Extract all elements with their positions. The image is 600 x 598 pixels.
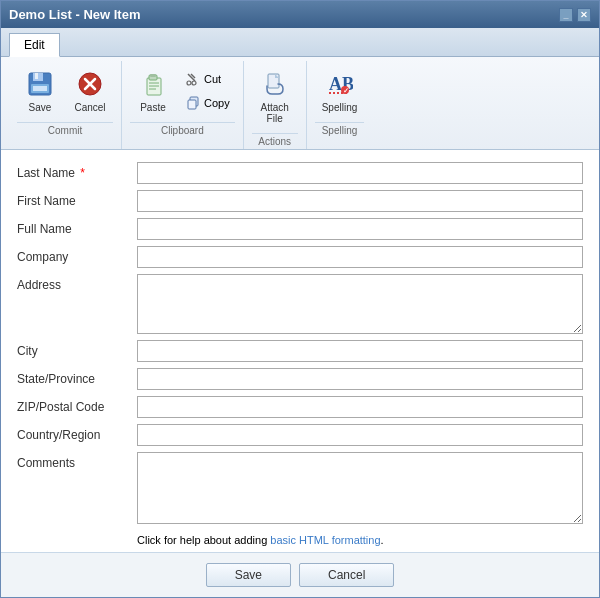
svg-text:ABC: ABC (329, 74, 353, 94)
help-link[interactable]: basic HTML formatting (270, 534, 380, 546)
cancel-icon (74, 68, 106, 100)
svg-rect-10 (150, 74, 156, 77)
save-button[interactable]: Save (17, 65, 63, 116)
title-bar: Demo List - New Item _ ✕ (1, 1, 599, 28)
help-text-prefix: Click for help about adding (137, 534, 270, 546)
company-input[interactable] (137, 246, 583, 268)
ribbon: Save Cancel Commit (1, 57, 599, 150)
attach-icon (259, 68, 291, 100)
tab-edit[interactable]: Edit (9, 33, 60, 57)
paste-label: Paste (140, 102, 166, 113)
paste-icon (137, 68, 169, 100)
tab-bar: Edit (1, 28, 599, 57)
comments-textarea[interactable] (137, 452, 583, 524)
cancel-button[interactable]: Cancel (67, 65, 113, 116)
attach-label: Attach File (261, 102, 289, 124)
svg-text:✓: ✓ (343, 87, 349, 94)
address-textarea[interactable] (137, 274, 583, 334)
last-name-label: Last Name * (17, 162, 137, 180)
attach-file-button[interactable]: Attach File (252, 65, 298, 127)
spelling-icon: ABC ✓ (323, 68, 355, 100)
zip-label: ZIP/Postal Code (17, 396, 137, 414)
window-title: Demo List - New Item (9, 7, 140, 22)
ribbon-group-actions: Attach File Actions (244, 61, 307, 149)
help-text: Click for help about adding basic HTML f… (17, 530, 583, 550)
form-row-state: State/Province (17, 368, 583, 390)
close-button[interactable]: ✕ (577, 8, 591, 22)
form-row-address: Address (17, 274, 583, 334)
actions-buttons: Attach File (252, 61, 298, 131)
copy-button[interactable]: Copy (180, 92, 235, 114)
country-label: Country/Region (17, 424, 137, 442)
cut-icon (185, 71, 201, 87)
form-row-comments: Comments (17, 452, 583, 524)
svg-rect-19 (188, 100, 196, 109)
footer: Save Cancel (1, 552, 599, 597)
city-input[interactable] (137, 340, 583, 362)
cut-button[interactable]: Cut (180, 68, 235, 90)
spelling-group-label: Spelling (315, 122, 365, 138)
state-input[interactable] (137, 368, 583, 390)
clipboard-buttons: Paste Cut (130, 61, 235, 120)
form-row-last-name: Last Name * (17, 162, 583, 184)
svg-rect-20 (268, 74, 279, 88)
company-label: Company (17, 246, 137, 264)
form-row-zip: ZIP/Postal Code (17, 396, 583, 418)
help-text-suffix: . (381, 534, 384, 546)
cut-copy-group: Cut Copy (180, 68, 235, 114)
commit-group-label: Commit (17, 122, 113, 138)
window-controls: _ ✕ (559, 8, 591, 22)
footer-save-button[interactable]: Save (206, 563, 291, 587)
spelling-label: Spelling (322, 102, 358, 113)
save-icon (24, 68, 56, 100)
main-window: Demo List - New Item _ ✕ Edit (0, 0, 600, 598)
form-row-company: Company (17, 246, 583, 268)
spelling-button[interactable]: ABC ✓ Spelling (315, 65, 365, 116)
country-input[interactable] (137, 424, 583, 446)
zip-input[interactable] (137, 396, 583, 418)
form-row-first-name: First Name (17, 190, 583, 212)
required-star: * (80, 166, 85, 180)
copy-icon (185, 95, 201, 111)
first-name-label: First Name (17, 190, 137, 208)
cancel-label: Cancel (74, 102, 105, 113)
svg-point-17 (192, 81, 196, 85)
form-area: Last Name * First Name Full Name Company… (1, 150, 599, 552)
last-name-input[interactable] (137, 162, 583, 184)
full-name-input[interactable] (137, 218, 583, 240)
svg-rect-4 (33, 86, 47, 91)
clipboard-group-label: Clipboard (130, 122, 235, 138)
form-row-city: City (17, 340, 583, 362)
footer-cancel-button[interactable]: Cancel (299, 563, 394, 587)
svg-rect-2 (35, 73, 38, 79)
comments-label: Comments (17, 452, 137, 470)
copy-label: Copy (204, 97, 230, 109)
city-label: City (17, 340, 137, 358)
address-label: Address (17, 274, 137, 292)
form-row-full-name: Full Name (17, 218, 583, 240)
first-name-input[interactable] (137, 190, 583, 212)
save-label: Save (29, 102, 52, 113)
ribbon-group-clipboard: Paste Cut (122, 61, 244, 149)
paste-button[interactable]: Paste (130, 65, 176, 116)
ribbon-group-commit: Save Cancel Commit (9, 61, 122, 149)
commit-buttons: Save Cancel (17, 61, 113, 120)
svg-point-16 (187, 81, 191, 85)
form-row-country: Country/Region (17, 424, 583, 446)
actions-group-label: Actions (252, 133, 298, 149)
state-label: State/Province (17, 368, 137, 386)
spelling-buttons: ABC ✓ Spelling (315, 61, 365, 120)
ribbon-group-spelling: ABC ✓ Spelling Spelling (307, 61, 373, 149)
full-name-label: Full Name (17, 218, 137, 236)
cut-label: Cut (204, 73, 221, 85)
minimize-button[interactable]: _ (559, 8, 573, 22)
